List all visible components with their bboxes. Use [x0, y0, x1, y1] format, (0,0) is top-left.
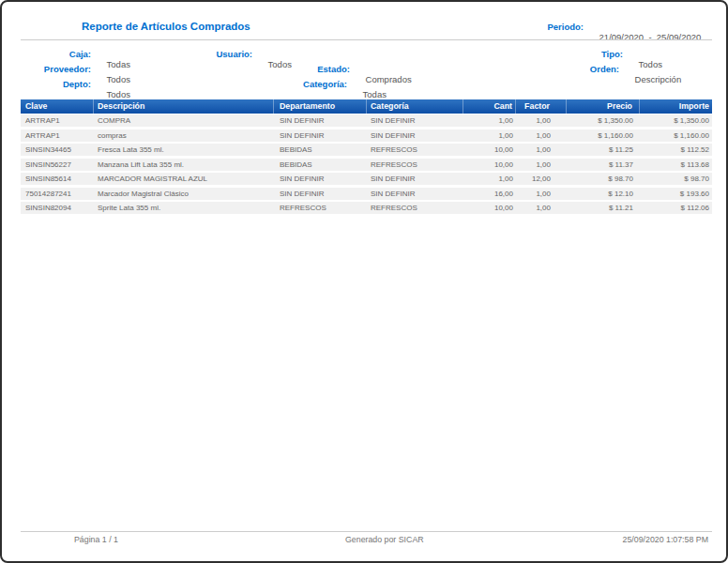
table-cell-factor: 1,00: [516, 114, 567, 127]
period-value: 21/09/2020 - 25/09/2020: [599, 32, 702, 42]
table-cell-categoria: SIN DEFINIR: [367, 114, 463, 127]
table-cell-cant: 1,00: [463, 173, 516, 185]
filter-orden: Orden:Descripción: [619, 64, 681, 75]
table-row: SINSIN56227Manzana Lift Lata 355 ml.BEBI…: [21, 159, 712, 171]
table-cell-factor: 1,00: [516, 188, 567, 200]
table-cell-categoria: SIN DEFINIR: [367, 129, 463, 142]
filter-estado: Estado:Comprados: [350, 64, 412, 75]
table-cell-precio: $ 1,350.00: [567, 114, 640, 127]
purchases-table: ClaveDescripciónDepartamentoCategoríaCan…: [21, 99, 712, 217]
page-title: Reporte de Artículos Comprados: [82, 21, 250, 32]
filter-tipo-label: Tipo:: [601, 49, 623, 59]
table-cell-precio: $ 11.25: [567, 144, 640, 156]
table-cell-departamento: BEBIDAS: [274, 159, 367, 171]
table-row: ARTRAP1comprasSIN DEFINIRSIN DEFINIR1,00…: [21, 129, 712, 142]
footer-divider: [21, 531, 712, 532]
generation-timestamp: 25/09/2020 1:07:58 PM: [623, 535, 708, 544]
table-cell-clave: SINSIN56227: [21, 159, 94, 171]
table-cell-cant: 10,00: [463, 159, 516, 171]
table-row: ARTRAP1COMPRASIN DEFINIRSIN DEFINIR1,001…: [21, 114, 712, 127]
filter-usuario-label: Usuario:: [216, 49, 252, 59]
table-body: ARTRAP1COMPRASIN DEFINIRSIN DEFINIR1,001…: [21, 114, 712, 214]
report-page: Reporte de Artículos Comprados Periodo:2…: [0, 0, 728, 563]
column-header-cant: Cant: [463, 99, 516, 114]
filter-tipo: Tipo:Todos: [623, 49, 662, 60]
table-cell-cant: 1,00: [463, 129, 516, 142]
table-cell-clave: ARTRAP1: [21, 129, 94, 142]
table-cell-departamento: REFRESCOS: [274, 202, 367, 214]
table-cell-cant: 10,00: [463, 144, 516, 156]
filter-caja: Caja:Todas: [91, 49, 130, 60]
table-cell-departamento: BEBIDAS: [274, 144, 367, 156]
table-cell-importe: $ 112.06: [640, 202, 712, 214]
column-header-factor: Factor: [516, 99, 567, 114]
table-cell-precio: $ 11.21: [567, 202, 640, 214]
page-number: Página 1 / 1: [74, 535, 118, 544]
table-cell-clave: ARTRAP1: [21, 114, 94, 127]
table-cell-importe: $ 113.68: [640, 159, 712, 171]
table-cell-descripcion: Marcador Magistral Clásico: [94, 188, 274, 200]
table-cell-cant: 16,00: [463, 188, 516, 200]
filter-depto: Depto:Todos: [91, 79, 130, 90]
filter-orden-value: Descripción: [635, 74, 682, 84]
column-header-precio: Precio: [567, 99, 640, 114]
generated-by: Generado por SICAR: [345, 535, 424, 544]
table-row: SINSIN85614MARCADOR MAGISTRAL AZULSIN DE…: [21, 173, 712, 185]
column-header-departamento: Departamento: [274, 99, 367, 114]
table-cell-factor: 1,00: [516, 129, 567, 142]
filter-orden-label: Orden:: [590, 64, 619, 74]
column-header-importe: Importe: [640, 99, 712, 114]
filter-estado-label: Estado:: [317, 64, 350, 74]
table-cell-descripcion: Sprite Lata 355 ml.: [94, 202, 274, 214]
table-header-row: ClaveDescripciónDepartamentoCategoríaCan…: [21, 99, 712, 114]
table-cell-importe: $ 112.52: [640, 144, 712, 156]
table-cell-descripcion: MARCADOR MAGISTRAL AZUL: [94, 173, 274, 185]
table-cell-precio: $ 98.70: [567, 173, 640, 185]
table-cell-importe: $ 98.70: [640, 173, 712, 185]
table-cell-categoria: REFRESCOS: [367, 202, 463, 214]
table-cell-importe: $ 1,350.00: [640, 114, 712, 127]
table-cell-factor: 1,00: [516, 159, 567, 171]
filter-proveedor: Proveedor:Todos: [91, 64, 130, 75]
table-cell-cant: 1,00: [463, 114, 516, 127]
filter-categoria-label: Categoría:: [303, 79, 347, 89]
filter-categoria-value: Todas: [363, 89, 387, 99]
table-cell-descripcion: Manzana Lift Lata 355 ml.: [94, 159, 274, 171]
table-cell-precio: $ 1,160.00: [567, 129, 640, 142]
table-cell-departamento: SIN DEFINIR: [274, 114, 367, 127]
table-cell-precio: $ 11.37: [567, 159, 640, 171]
table-cell-descripcion: compras: [94, 129, 274, 142]
table-cell-descripcion: Fresca Lata 355 ml.: [94, 144, 274, 156]
table-row: 75014287241Marcador Magistral ClásicoSIN…: [21, 188, 712, 200]
table-cell-precio: $ 12.10: [567, 188, 640, 200]
table-cell-categoria: SIN DEFINIR: [367, 173, 463, 185]
table-cell-descripcion: COMPRA: [94, 114, 274, 127]
table-cell-categoria: REFRESCOS: [367, 159, 463, 171]
filter-proveedor-label: Proveedor:: [44, 64, 91, 74]
title-divider: [21, 39, 712, 40]
filter-depto-label: Depto:: [63, 79, 91, 89]
filter-caja-label: Caja:: [69, 49, 91, 59]
table-cell-departamento: SIN DEFINIR: [274, 173, 367, 185]
table-cell-factor: 12,00: [516, 173, 567, 185]
table-cell-factor: 1,00: [516, 202, 567, 214]
filter-usuario-value: Todos: [268, 59, 292, 69]
table-row: SINSIN82094Sprite Lata 355 ml.REFRESCOSR…: [21, 202, 712, 214]
period-label: Periodo:: [547, 22, 584, 32]
table-cell-departamento: SIN DEFINIR: [274, 129, 367, 142]
filter-depto-value: Todos: [107, 89, 130, 99]
filter-categoria: Categoría:Todas: [347, 79, 387, 90]
table-cell-importe: $ 193.60: [640, 188, 712, 200]
table-cell-clave: SINSIN85614: [21, 173, 94, 185]
table-cell-cant: 10,00: [463, 202, 516, 214]
table-cell-departamento: SIN DEFINIR: [274, 188, 367, 200]
table-cell-clave: SINSIN34465: [21, 144, 94, 156]
table-cell-categoria: SIN DEFINIR: [367, 188, 463, 200]
table-cell-clave: 75014287241: [21, 188, 94, 200]
period-field: Periodo:21/09/2020 - 25/09/2020: [584, 22, 701, 33]
table-cell-categoria: REFRESCOS: [367, 144, 463, 156]
table-row: SINSIN34465Fresca Lata 355 ml.BEBIDASREF…: [21, 144, 712, 156]
filter-usuario: Usuario:Todos: [252, 49, 292, 60]
column-header-categoria: Categoría: [367, 99, 463, 114]
table-cell-importe: $ 1,160.00: [640, 129, 712, 142]
